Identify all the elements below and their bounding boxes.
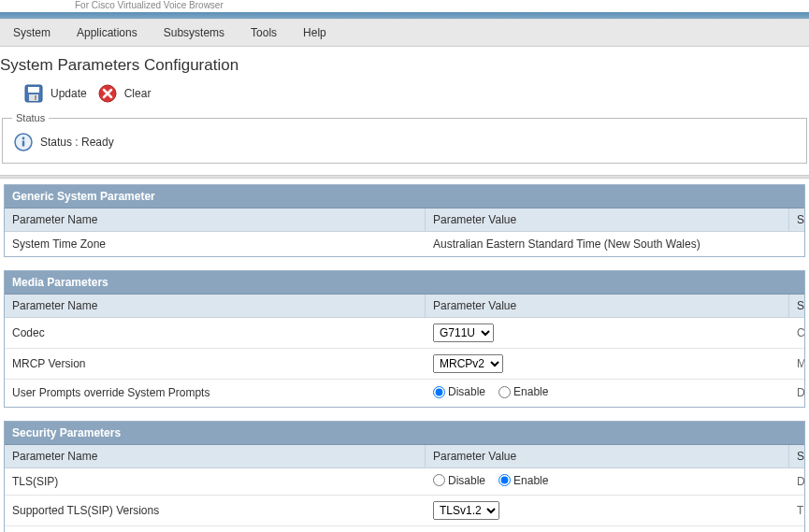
menubar: System Applications Subsystems Tools Hel… bbox=[0, 20, 809, 47]
col-parameter-name: Parameter Name bbox=[5, 445, 426, 467]
col-ext: S bbox=[789, 295, 804, 317]
column-header-row: Parameter Name Parameter Value S bbox=[5, 445, 804, 468]
header-gradient-bar bbox=[0, 12, 809, 20]
status-fieldset: Status Status : Ready bbox=[2, 112, 807, 164]
mrcp-select[interactable]: MRCPv2 bbox=[433, 354, 503, 373]
param-value-timezone: Australian Eastern Standard Time (New So… bbox=[426, 232, 789, 256]
security-section-header: Security Parameters bbox=[5, 422, 804, 445]
table-row: Codec G711U C bbox=[5, 318, 804, 349]
table-row: User Prompts override System Prompts Dis… bbox=[5, 380, 804, 407]
param-ext: M bbox=[789, 352, 804, 376]
param-ext: C bbox=[789, 321, 804, 345]
param-ext: T bbox=[789, 498, 804, 523]
user-prompts-disable-radio[interactable]: Disable bbox=[433, 385, 485, 398]
param-ext: D bbox=[789, 469, 804, 494]
page-title: System Parameters Configuration bbox=[0, 47, 809, 82]
col-parameter-value: Parameter Value bbox=[426, 295, 789, 317]
col-ext: S bbox=[789, 445, 804, 467]
app-subtitle: For Cisco Virtualized Voice Browser bbox=[0, 0, 809, 12]
col-parameter-name: Parameter Name bbox=[5, 295, 426, 317]
col-parameter-name: Parameter Name bbox=[5, 208, 426, 231]
codec-select[interactable]: G711U bbox=[433, 324, 494, 342]
tls-sip-enable-radio[interactable]: Enable bbox=[498, 474, 548, 487]
media-section-header: Media Parameters bbox=[5, 271, 804, 295]
param-name-codec: Codec bbox=[5, 321, 426, 345]
menu-subsystems[interactable]: Subsystems bbox=[151, 23, 238, 42]
svg-point-6 bbox=[22, 137, 25, 140]
status-text: Status : Ready bbox=[40, 136, 114, 149]
column-header-row: Parameter Name Parameter Value S bbox=[5, 208, 804, 232]
svg-rect-1 bbox=[28, 87, 39, 93]
col-parameter-value: Parameter Value bbox=[426, 208, 789, 231]
col-parameter-value: Parameter Value bbox=[426, 445, 789, 467]
clear-button[interactable]: Clear bbox=[96, 82, 152, 105]
generic-section-header: Generic System Parameter bbox=[5, 185, 804, 208]
status-legend: Status bbox=[12, 112, 49, 123]
param-name-user-prompts: User Prompts override System Prompts bbox=[5, 381, 426, 405]
svg-rect-7 bbox=[22, 141, 24, 147]
section-divider bbox=[0, 175, 809, 179]
col-ext: S bbox=[789, 208, 804, 231]
tls-sip-disable-radio[interactable]: Disable bbox=[433, 474, 485, 487]
menu-system[interactable]: System bbox=[0, 23, 64, 42]
media-parameters-section: Media Parameters Parameter Name Paramete… bbox=[4, 270, 805, 408]
toolbar: Update Clear bbox=[0, 82, 809, 112]
table-row: MRCP Version MRCPv2 M bbox=[5, 349, 804, 380]
info-icon bbox=[12, 131, 35, 153]
table-row: Cipher Configuration T bbox=[5, 526, 804, 532]
menu-help[interactable]: Help bbox=[290, 23, 339, 42]
param-name-tls-versions: Supported TLS(SIP) Versions bbox=[5, 498, 426, 523]
save-icon bbox=[22, 82, 45, 105]
table-row: Supported TLS(SIP) Versions TLSv1.2 T bbox=[5, 496, 804, 526]
param-name-tls-sip: TLS(SIP) bbox=[5, 469, 426, 494]
svg-rect-3 bbox=[35, 95, 36, 100]
param-name-timezone: System Time Zone bbox=[5, 232, 426, 256]
param-ext: T bbox=[789, 526, 804, 532]
update-label: Update bbox=[51, 87, 87, 100]
svg-rect-2 bbox=[29, 94, 38, 101]
menu-applications[interactable]: Applications bbox=[64, 23, 151, 42]
security-parameters-section: Security Parameters Parameter Name Param… bbox=[4, 421, 805, 533]
table-row: System Time Zone Australian Eastern Stan… bbox=[5, 232, 804, 256]
column-header-row: Parameter Name Parameter Value S bbox=[5, 295, 804, 318]
clear-label: Clear bbox=[124, 87, 152, 100]
tls-version-select[interactable]: TLSv1.2 bbox=[433, 501, 499, 520]
update-button[interactable]: Update bbox=[22, 82, 87, 105]
clear-icon bbox=[96, 82, 119, 105]
table-row: TLS(SIP) Disable Enable D bbox=[5, 468, 804, 496]
param-ext bbox=[789, 238, 804, 250]
user-prompts-enable-radio[interactable]: Enable bbox=[498, 385, 548, 398]
generic-system-parameter-section: Generic System Parameter Parameter Name … bbox=[4, 184, 805, 257]
menu-tools[interactable]: Tools bbox=[238, 23, 290, 42]
param-ext: D bbox=[789, 381, 804, 405]
param-name-mrcp: MRCP Version bbox=[5, 352, 426, 376]
